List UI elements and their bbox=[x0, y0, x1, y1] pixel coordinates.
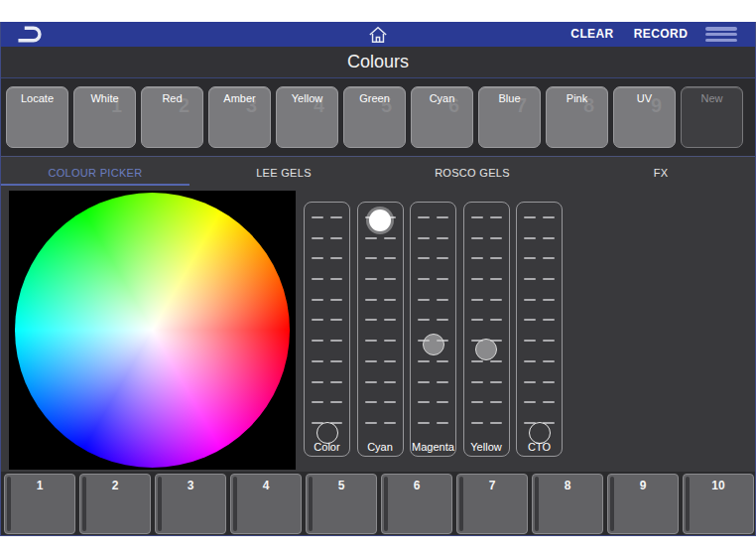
fader-cyan[interactable]: Cyan bbox=[357, 202, 404, 457]
playback-button-3[interactable]: 3 bbox=[155, 474, 226, 534]
console-screen: CLEAR RECORD Colours Locate White 1 Red … bbox=[0, 22, 756, 536]
playback-button-1[interactable]: 1 bbox=[4, 474, 75, 534]
fader-magenta[interactable]: Magenta bbox=[410, 202, 456, 457]
playback-button-6[interactable]: 6 bbox=[381, 474, 452, 534]
title-bar: Colours bbox=[1, 47, 755, 78]
picker-tabs: COLOUR PICKER LEE GELS ROSCO GELS FX bbox=[1, 156, 755, 189]
playback-button-2[interactable]: 2 bbox=[79, 474, 151, 534]
playback-button-row: 1 2 3 4 5 6 7 bbox=[1, 472, 755, 536]
palette-button-white[interactable]: White 1 bbox=[73, 86, 136, 148]
tab-lee-gels[interactable]: LEE GELS bbox=[189, 157, 378, 189]
tab-fx[interactable]: FX bbox=[567, 157, 755, 189]
playback-button-9[interactable]: 9 bbox=[607, 474, 679, 534]
fader-yellow[interactable]: Yellow bbox=[463, 202, 510, 457]
tab-colour-picker[interactable]: COLOUR PICKER bbox=[1, 157, 189, 189]
playback-button-4[interactable]: 4 bbox=[230, 474, 302, 534]
palette-button-blue[interactable]: Blue 7 bbox=[478, 86, 541, 148]
fader-color[interactable]: Color bbox=[304, 202, 350, 457]
hsv-colour-wheel[interactable] bbox=[15, 193, 290, 468]
palette-button-uv[interactable]: UV 9 bbox=[613, 86, 676, 148]
playback-button-10[interactable]: 10 bbox=[683, 474, 754, 534]
colour-faders: Color Cyan Magenta Yellow CTO bbox=[304, 202, 563, 457]
top-bar: CLEAR RECORD bbox=[1, 22, 755, 47]
hamburger-menu-icon[interactable] bbox=[705, 27, 737, 42]
colour-picker-panel: Color Cyan Magenta Yellow CTO bbox=[1, 189, 755, 536]
fader-cyan-knob[interactable] bbox=[369, 209, 391, 231]
clear-button[interactable]: CLEAR bbox=[569, 22, 615, 47]
palette-button-pink[interactable]: Pink 8 bbox=[546, 86, 608, 148]
colour-palette-row: Locate White 1 Red 2 Amber 3 Yellow 4 Gr… bbox=[1, 78, 755, 156]
playback-button-7[interactable]: 7 bbox=[456, 474, 528, 534]
palette-button-red[interactable]: Red 2 bbox=[141, 86, 203, 148]
palette-button-yellow[interactable]: Yellow 4 bbox=[276, 86, 338, 148]
palette-button-cyan[interactable]: Cyan 6 bbox=[411, 86, 473, 148]
home-icon bbox=[370, 28, 386, 43]
palette-button-amber[interactable]: Amber 3 bbox=[208, 86, 271, 148]
playback-button-8[interactable]: 8 bbox=[532, 474, 603, 534]
palette-button-locate[interactable]: Locate bbox=[6, 86, 68, 148]
back-undo-arrow-icon bbox=[18, 28, 40, 41]
tab-rosco-gels[interactable]: ROSCO GELS bbox=[378, 157, 567, 189]
fader-magenta-knob[interactable] bbox=[423, 334, 444, 355]
fader-cto[interactable]: CTO bbox=[516, 202, 563, 457]
page-title: Colours bbox=[347, 52, 409, 72]
home-button[interactable] bbox=[367, 25, 391, 45]
record-button[interactable]: RECORD bbox=[630, 22, 692, 47]
colour-wheel-canvas[interactable] bbox=[9, 191, 296, 470]
fader-yellow-knob[interactable] bbox=[475, 339, 497, 360]
playback-button-5[interactable]: 5 bbox=[306, 474, 377, 534]
palette-button-green[interactable]: Green 5 bbox=[343, 86, 406, 148]
back-button[interactable] bbox=[13, 24, 47, 45]
palette-button-new[interactable]: New bbox=[681, 86, 743, 148]
